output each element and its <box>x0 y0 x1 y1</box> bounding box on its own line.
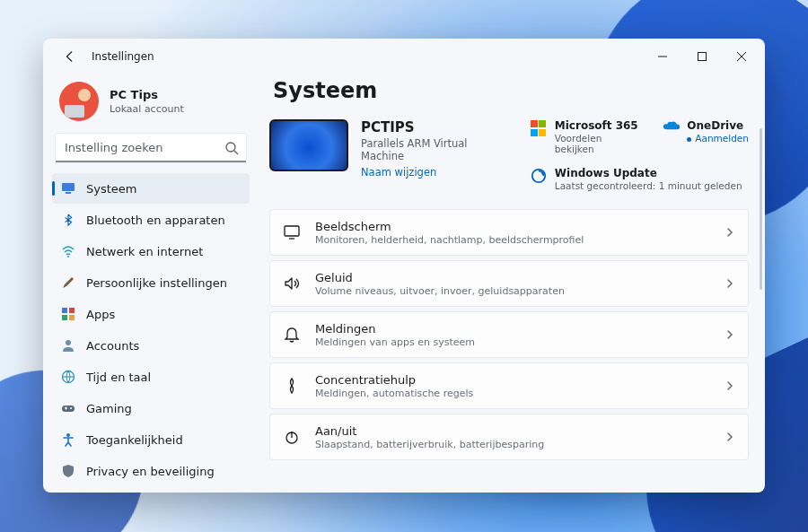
card-focus[interactable]: ConcentratiehulpMeldingen, automatische … <box>269 362 749 409</box>
monitor-icon <box>61 181 75 196</box>
chevron-right-icon <box>725 380 735 391</box>
card-sub: Volume niveaus, uitvoer, invoer, geluids… <box>315 285 565 297</box>
tile-title: OneDrive <box>687 119 749 132</box>
svg-point-12 <box>70 407 72 409</box>
tile-sub: Aanmelden <box>687 133 749 144</box>
card-title: Geluid <box>315 271 565 284</box>
card-title: Beeldscherm <box>315 220 584 233</box>
sidebar-item-label: Netwerk en internet <box>86 245 203 258</box>
card-title: Aan/uit <box>315 424 544 438</box>
sidebar-item-label: Accounts <box>86 339 139 353</box>
avatar <box>59 82 99 121</box>
person-icon <box>61 338 75 353</box>
sidebar-item-game[interactable]: Gaming <box>52 393 250 423</box>
sidebar-item-accessibility[interactable]: Toegankelijkheid <box>52 424 250 455</box>
sidebar-item-monitor[interactable]: Systeem <box>52 173 250 204</box>
page-title: Systeem <box>273 78 749 103</box>
svg-rect-6 <box>69 308 75 313</box>
card-sub: Monitoren, helderheid, nachtlamp, beelds… <box>315 234 584 246</box>
sidebar-item-label: Bluetooth en apparaten <box>86 214 225 227</box>
chevron-right-icon <box>725 329 735 340</box>
card-sound[interactable]: GeluidVolume niveaus, uitvoer, invoer, g… <box>269 260 749 307</box>
sidebar-item-label: Privacy en beveiliging <box>86 465 215 478</box>
svg-rect-0 <box>698 53 707 61</box>
svg-rect-11 <box>62 406 75 412</box>
brush-icon <box>61 275 75 290</box>
close-button[interactable] <box>722 42 761 71</box>
svg-point-4 <box>67 256 69 257</box>
scrollbar[interactable] <box>760 128 762 290</box>
svg-rect-8 <box>69 315 75 320</box>
apps-icon <box>61 307 75 321</box>
update-icon <box>531 168 547 184</box>
onedrive-icon <box>663 120 679 136</box>
app-title: Instellingen <box>92 50 154 63</box>
svg-point-9 <box>66 340 71 345</box>
rename-link[interactable]: Naam wijzigen <box>361 166 511 179</box>
chevron-right-icon <box>725 432 735 442</box>
titlebar: Instellingen <box>43 39 765 74</box>
sidebar-item-brush[interactable]: Persoonlijke instellingen <box>52 267 250 298</box>
sidebar-item-shield[interactable]: Privacy en beveiliging <box>52 456 250 486</box>
sidebar-item-label: Toegankelijkheid <box>86 433 183 447</box>
svg-rect-7 <box>62 315 67 320</box>
sidebar-item-label: Tijd en taal <box>86 371 151 384</box>
svg-rect-2 <box>62 183 75 191</box>
wifi-icon <box>61 244 75 258</box>
sidebar: PC Tips Lokaal account SysteemBluetooth … <box>43 74 259 493</box>
search-box[interactable] <box>56 134 246 162</box>
display-icon <box>283 223 301 241</box>
sidebar-item-globe[interactable]: Tijd en taal <box>52 362 250 392</box>
maximize-button[interactable] <box>682 42 722 71</box>
back-button[interactable] <box>56 42 84 71</box>
sidebar-item-apps[interactable]: Apps <box>52 299 250 329</box>
globe-icon <box>61 370 75 384</box>
sidebar-item-wifi[interactable]: Netwerk en internet <box>52 236 250 266</box>
search-icon <box>224 141 239 155</box>
card-sub: Meldingen, automatische regels <box>315 388 473 399</box>
profile-block[interactable]: PC Tips Lokaal account <box>52 76 250 134</box>
settings-cards: BeeldschermMonitoren, helderheid, nachtl… <box>269 209 749 460</box>
tile-windows-update[interactable]: Windows Update Laatst gecontroleerd: 1 m… <box>531 167 749 191</box>
shield-icon <box>61 464 75 478</box>
status-tiles: Microsoft 365 Voordelen bekijken OneDriv… <box>531 119 749 191</box>
sound-icon <box>283 275 301 292</box>
tile-title: Windows Update <box>555 167 742 179</box>
card-title: Meldingen <box>315 322 475 336</box>
window-controls <box>643 42 761 71</box>
microsoft-logo-icon <box>531 120 547 136</box>
sidebar-item-person[interactable]: Accounts <box>52 330 250 361</box>
sidebar-item-update[interactable]: Windows Update <box>52 487 250 493</box>
accessibility-icon <box>61 432 75 447</box>
tile-title: Microsoft 365 <box>555 119 642 132</box>
device-thumbnail <box>269 119 348 171</box>
chevron-right-icon <box>725 227 735 238</box>
settings-window: Instellingen PC Tips Lokaal account <box>43 39 765 493</box>
sidebar-item-label: Persoonlijke instellingen <box>86 276 227 290</box>
tile-microsoft365[interactable]: Microsoft 365 Voordelen bekijken <box>531 119 642 154</box>
svg-point-1 <box>226 143 235 152</box>
device-model: Parallels ARM Virtual Machine <box>361 137 511 162</box>
card-display[interactable]: BeeldschermMonitoren, helderheid, nachtl… <box>269 209 749 256</box>
focus-icon <box>283 377 301 395</box>
bell-icon <box>283 326 301 344</box>
device-block: PCTIPS Parallels ARM Virtual Machine Naa… <box>269 119 511 191</box>
minimize-button[interactable] <box>643 42 682 71</box>
card-sub: Meldingen van apps en systeem <box>315 336 475 348</box>
tile-sub: Voordelen bekijken <box>555 133 642 154</box>
card-title: Concentratiehulp <box>315 373 473 387</box>
sidebar-item-label: Systeem <box>86 182 136 196</box>
content-area: Systeem PCTIPS Parallels ARM Virtual Mac… <box>259 74 765 493</box>
bluetooth-icon <box>61 213 75 227</box>
card-bell[interactable]: MeldingenMeldingen van apps en systeem <box>269 311 749 358</box>
hero-row: PCTIPS Parallels ARM Virtual Machine Naa… <box>269 119 749 191</box>
search-input[interactable] <box>56 134 246 162</box>
tile-onedrive[interactable]: OneDrive Aanmelden <box>663 119 749 154</box>
sidebar-item-label: Apps <box>86 308 115 321</box>
sidebar-item-label: Gaming <box>86 402 132 415</box>
svg-rect-5 <box>62 308 67 313</box>
sidebar-item-bluetooth[interactable]: Bluetooth en apparaten <box>52 205 250 235</box>
svg-rect-15 <box>285 226 299 236</box>
svg-rect-3 <box>66 192 71 194</box>
card-power[interactable]: Aan/uitSlaapstand, batterijverbruik, bat… <box>269 414 749 460</box>
